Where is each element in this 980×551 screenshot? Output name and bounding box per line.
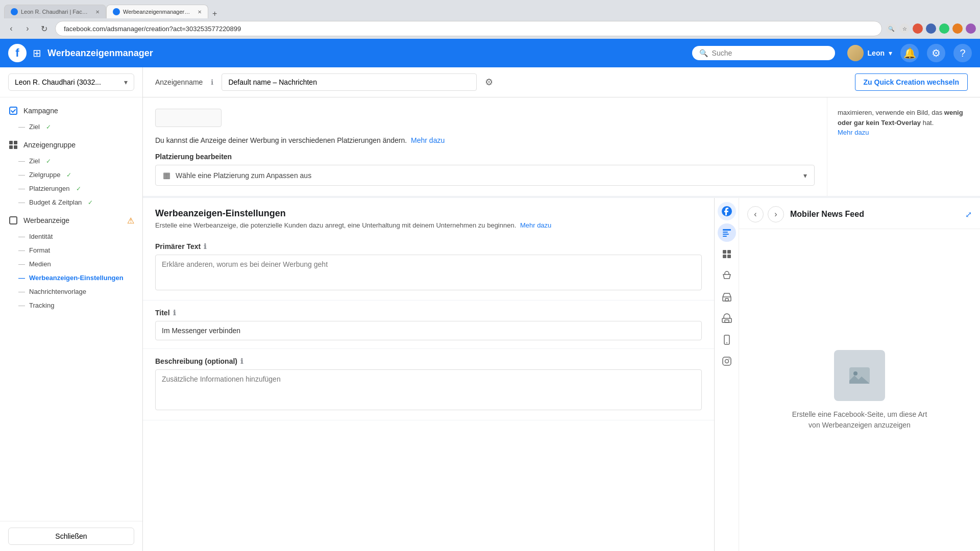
search-input[interactable] bbox=[712, 49, 824, 57]
user-menu[interactable]: Leon ▾ bbox=[847, 45, 892, 61]
settings-icon[interactable]: ⚙ bbox=[927, 44, 945, 62]
sidebar-sub-item-budget[interactable]: — Budget & Zeitplan ✓ bbox=[0, 195, 142, 209]
browser-bar: ‹ › ↻ facebook.com/adsmanager/creation?a… bbox=[0, 18, 980, 39]
svg-rect-21 bbox=[723, 357, 731, 365]
ziel2-check: ✓ bbox=[46, 158, 51, 165]
preview-icon-facebook[interactable] bbox=[718, 202, 736, 220]
preview-icons-column bbox=[715, 198, 739, 551]
help-icon[interactable]: ? bbox=[953, 44, 972, 62]
sidebar-sub-item-tracking[interactable]: — Tracking bbox=[0, 298, 142, 312]
add-tab-button[interactable]: + bbox=[208, 9, 221, 18]
browser-action-search[interactable]: 🔍 bbox=[886, 23, 896, 34]
preview-icon-grid[interactable] bbox=[718, 245, 736, 263]
topbar-search[interactable]: 🔍 bbox=[692, 46, 835, 60]
titel-section: Titel ℹ bbox=[143, 300, 714, 349]
account-selector[interactable]: Leon R. Chaudhari (3032... ▾ bbox=[8, 73, 134, 91]
sidebar-sub-item-platzierungen[interactable]: — Platzierungen ✓ bbox=[0, 182, 142, 195]
notifications-icon[interactable]: 🔔 bbox=[900, 44, 919, 62]
preview-icon-store2[interactable] bbox=[718, 288, 736, 306]
browser-action-ext3[interactable] bbox=[939, 23, 949, 34]
titel-input[interactable] bbox=[155, 321, 702, 340]
sidebar-sub-item-zielgruppe[interactable]: — Zielgruppe ✓ bbox=[0, 168, 142, 182]
browser-actions: 🔍 ☆ bbox=[886, 23, 976, 34]
browser-nav: ‹ › ↻ bbox=[4, 21, 51, 36]
preview-icon-instagram[interactable] bbox=[718, 352, 736, 370]
titel-info-icon[interactable]: ℹ bbox=[173, 309, 176, 317]
browser-action-ext2[interactable] bbox=[926, 23, 936, 34]
beschreibung-info-icon[interactable]: ℹ bbox=[240, 357, 243, 365]
preview-next-button[interactable]: › bbox=[768, 206, 784, 222]
dash6-icon: — bbox=[18, 233, 25, 240]
beschreibung-label: Beschreibung (optional) ℹ bbox=[155, 357, 702, 365]
grid-icon[interactable]: ⊞ bbox=[33, 47, 41, 59]
svg-point-25 bbox=[853, 371, 857, 375]
user-dropdown-arrow: ▾ bbox=[889, 49, 892, 57]
dash7-icon: — bbox=[18, 246, 25, 254]
topbar-title: Werbeanzeigenmanager bbox=[47, 48, 686, 59]
placement-edit-label: Platzierung bearbeiten bbox=[155, 153, 815, 161]
placement-notice-link[interactable]: Mehr dazu bbox=[411, 136, 445, 144]
preview-icon-feed[interactable] bbox=[718, 223, 736, 242]
preview-icon-store3[interactable] bbox=[718, 309, 736, 328]
preview-content: Erstelle eine Facebook-Seite, um diese A… bbox=[739, 229, 980, 551]
sidebar-sub-item-einstellungen[interactable]: — Werbeanzeigen-Einstellungen bbox=[0, 271, 142, 285]
right-info-text1: maximieren, verwende ein Bild, das bbox=[838, 109, 944, 116]
sidebar-item-werbeanzeige[interactable]: Werbeanzeige ⚠ bbox=[0, 211, 142, 230]
sidebar-sub-item-format[interactable]: — Format bbox=[0, 243, 142, 257]
sidebar-item-kampagne[interactable]: Kampagne bbox=[0, 102, 142, 120]
sidebar-section-werbeanzeige: Werbeanzeige ⚠ — Identität — Format — Me… bbox=[0, 211, 142, 312]
preview-prev-button[interactable]: ‹ bbox=[747, 206, 764, 222]
preview-icon-mobile[interactable] bbox=[718, 331, 736, 349]
placement-area: Du kannst die Anzeige deiner Werbung in … bbox=[143, 97, 827, 196]
sidebar-sub-item-medien[interactable]: — Medien bbox=[0, 257, 142, 271]
expand-icon[interactable]: ⤢ bbox=[965, 210, 972, 219]
preview-icon-store1[interactable] bbox=[718, 266, 736, 285]
titel-label: Titel ℹ bbox=[155, 309, 702, 317]
sidebar-sub-item-ziel2[interactable]: — Ziel ✓ bbox=[0, 154, 142, 168]
preview-panel: ‹ › Mobiler News Feed ⤢ Erstelle eine Fa… bbox=[715, 198, 980, 551]
gear-icon[interactable]: ⚙ bbox=[485, 77, 493, 88]
zielgruppe-check: ✓ bbox=[66, 171, 71, 179]
primaer-text-section: Primärer Text ℹ bbox=[143, 234, 714, 300]
placement-select[interactable]: ▦ Wähle eine Platzierung zum Anpassen au… bbox=[155, 165, 815, 186]
browser-url-bar[interactable]: facebook.com/adsmanager/creation?act=303… bbox=[55, 21, 882, 36]
beschreibung-input[interactable] bbox=[155, 369, 702, 410]
quick-creation-button[interactable]: Zu Quick Creation wechseln bbox=[855, 73, 968, 91]
svg-rect-1 bbox=[9, 141, 13, 144]
sidebar-item-anzeigengruppe[interactable]: Anzeigengruppe bbox=[0, 136, 142, 154]
sidebar-sub-item-identitaet[interactable]: — Identität bbox=[0, 230, 142, 243]
browser-action-ext5[interactable] bbox=[966, 23, 976, 34]
zielgruppe-label: Zielgruppe bbox=[29, 171, 60, 179]
dash11-icon: — bbox=[18, 302, 25, 309]
sidebar-sub-item-ziel1[interactable]: — Ziel ✓ bbox=[0, 120, 142, 134]
browser-tab-2[interactable]: Werbeanzeigenmanager - Cre... ✕ bbox=[106, 5, 208, 18]
svg-rect-8 bbox=[723, 232, 728, 233]
topbar: f ⊞ Werbeanzeigenmanager 🔍 Leon ▾ 🔔 ⚙ ? bbox=[0, 39, 980, 67]
tab-title-1: Leon R. Chaudhari | Facebook bbox=[21, 9, 89, 15]
browser-action-ext4[interactable] bbox=[952, 23, 963, 34]
bottom-area: Werbeanzeigen-Einstellungen Erstelle ein… bbox=[143, 198, 980, 551]
browser-action-star[interactable]: ☆ bbox=[899, 23, 910, 34]
refresh-button[interactable]: ↻ bbox=[37, 21, 51, 36]
sidebar-sub-item-nachrichtenvorlage[interactable]: — Nachrichtenvorlage bbox=[0, 285, 142, 298]
nachrichtenvorlage-label: Nachrichtenvorlage bbox=[29, 288, 86, 295]
dash9-icon: — bbox=[18, 274, 25, 282]
placement-top bbox=[155, 108, 815, 128]
primaer-text-info-icon[interactable]: ℹ bbox=[204, 242, 206, 251]
back-button[interactable]: ‹ bbox=[4, 21, 18, 36]
ad-settings-link[interactable]: Mehr dazu bbox=[520, 221, 551, 229]
svg-point-23 bbox=[729, 359, 730, 360]
right-info-link[interactable]: Mehr dazu bbox=[838, 129, 869, 136]
primaer-text-input[interactable] bbox=[155, 255, 702, 290]
browser-action-ext1[interactable] bbox=[913, 23, 923, 34]
tab-close-1[interactable]: ✕ bbox=[95, 9, 100, 15]
anzeigenname-input[interactable] bbox=[222, 73, 477, 91]
browser-tab-1[interactable]: Leon R. Chaudhari | Facebook ✕ bbox=[4, 5, 106, 18]
content-area: Leon R. Chaudhari (3032... ▾ Kampagne — bbox=[0, 67, 980, 551]
tab-close-2[interactable]: ✕ bbox=[198, 9, 202, 15]
app: f ⊞ Werbeanzeigenmanager 🔍 Leon ▾ 🔔 ⚙ ? bbox=[0, 39, 980, 551]
forward-button[interactable]: › bbox=[20, 21, 35, 36]
dash8-icon: — bbox=[18, 260, 25, 268]
svg-rect-2 bbox=[14, 141, 17, 144]
close-button[interactable]: Schließen bbox=[8, 528, 134, 545]
